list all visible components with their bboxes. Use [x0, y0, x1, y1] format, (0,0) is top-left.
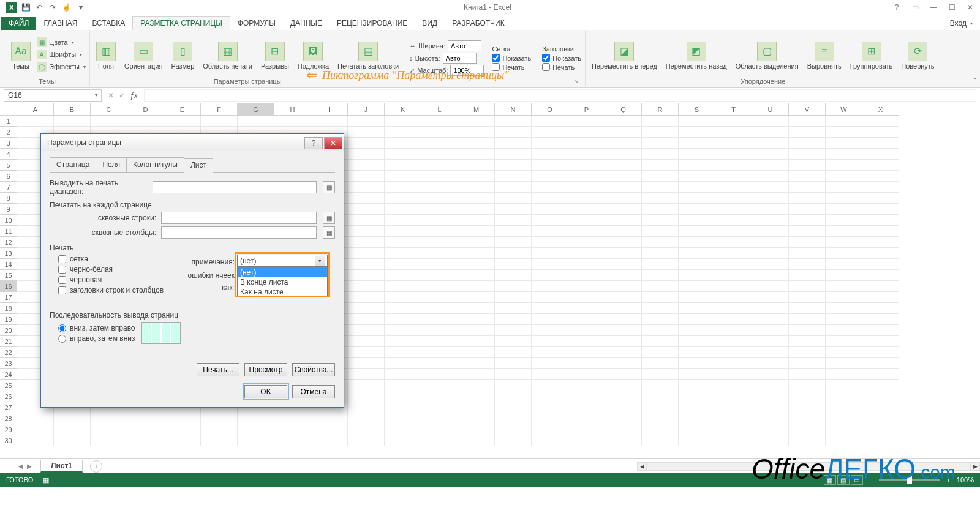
cell[interactable]: [421, 237, 458, 248]
cell[interactable]: [862, 358, 899, 369]
breaks-button[interactable]: ⊟Разрывы: [258, 39, 292, 70]
cell[interactable]: [495, 380, 532, 391]
row-header-1[interactable]: 1: [0, 116, 17, 127]
cell[interactable]: [862, 424, 899, 435]
cell[interactable]: [642, 336, 679, 347]
cell[interactable]: [679, 237, 715, 248]
cell[interactable]: [642, 314, 679, 325]
maximize-icon[interactable]: ☐: [944, 1, 959, 13]
cell[interactable]: [789, 435, 826, 446]
cell[interactable]: [605, 215, 642, 226]
cell[interactable]: [605, 171, 642, 182]
cell[interactable]: [568, 149, 605, 160]
row-header-4[interactable]: 4: [0, 149, 17, 160]
cell[interactable]: [532, 215, 568, 226]
row-header-5[interactable]: 5: [0, 160, 17, 171]
cell[interactable]: [642, 292, 679, 303]
cell[interactable]: [826, 204, 862, 215]
cell[interactable]: [348, 292, 385, 303]
print-area-button[interactable]: ▦Область печати: [200, 39, 255, 70]
cell[interactable]: [789, 226, 826, 237]
cell[interactable]: [458, 215, 495, 226]
cell[interactable]: [348, 325, 385, 336]
cell[interactable]: [715, 270, 752, 281]
cell[interactable]: [568, 369, 605, 380]
colors-button[interactable]: ▦Цвета▾: [37, 37, 86, 48]
cell[interactable]: [385, 193, 421, 204]
cell[interactable]: [605, 402, 642, 413]
cell[interactable]: [862, 149, 899, 160]
cell[interactable]: [826, 336, 862, 347]
column-header-B[interactable]: B: [54, 103, 91, 116]
cell[interactable]: [642, 424, 679, 435]
cell[interactable]: [348, 259, 385, 270]
cell[interactable]: [348, 347, 385, 358]
cell[interactable]: [862, 413, 899, 424]
cell[interactable]: [789, 171, 826, 182]
cell[interactable]: [862, 160, 899, 171]
cell[interactable]: [862, 138, 899, 149]
cell[interactable]: [605, 424, 642, 435]
row-header-7[interactable]: 7: [0, 182, 17, 193]
cell[interactable]: [458, 391, 495, 402]
cell[interactable]: [862, 281, 899, 292]
cols-input[interactable]: [161, 226, 317, 239]
row-header-21[interactable]: 21: [0, 336, 17, 347]
cell[interactable]: [715, 248, 752, 259]
cell[interactable]: [642, 402, 679, 413]
row-header-12[interactable]: 12: [0, 237, 17, 248]
cell[interactable]: [164, 116, 201, 127]
cell[interactable]: [715, 171, 752, 182]
cell[interactable]: [642, 325, 679, 336]
cell[interactable]: [568, 347, 605, 358]
cell[interactable]: [421, 391, 458, 402]
column-header-Q[interactable]: Q: [605, 103, 642, 116]
cell[interactable]: [164, 413, 201, 424]
cell[interactable]: [642, 149, 679, 160]
cell[interactable]: [348, 424, 385, 435]
cell[interactable]: [715, 369, 752, 380]
cell[interactable]: [752, 347, 789, 358]
cell[interactable]: [348, 237, 385, 248]
cell[interactable]: [752, 204, 789, 215]
cell[interactable]: [826, 358, 862, 369]
cell[interactable]: [789, 127, 826, 138]
cell[interactable]: [568, 116, 605, 127]
ok-button[interactable]: OK: [244, 385, 287, 398]
row-header-13[interactable]: 13: [0, 248, 17, 259]
cell[interactable]: [715, 391, 752, 402]
cell[interactable]: [421, 358, 458, 369]
cell[interactable]: [238, 424, 274, 435]
cell[interactable]: [862, 380, 899, 391]
cell[interactable]: [348, 248, 385, 259]
cell[interactable]: [568, 182, 605, 193]
cell[interactable]: [348, 303, 385, 314]
cell[interactable]: [458, 149, 495, 160]
cell[interactable]: [605, 193, 642, 204]
cell[interactable]: [752, 138, 789, 149]
cell[interactable]: [421, 248, 458, 259]
cell[interactable]: [164, 424, 201, 435]
print-titles-button[interactable]: ▤Печатать заголовки: [335, 39, 401, 70]
cell[interactable]: [532, 138, 568, 149]
cell[interactable]: [17, 413, 54, 424]
cell[interactable]: [91, 413, 127, 424]
column-header-E[interactable]: E: [164, 103, 201, 116]
zoom-in-icon[interactable]: +: [946, 476, 950, 484]
cell[interactable]: [679, 171, 715, 182]
cell[interactable]: [495, 435, 532, 446]
cell[interactable]: [201, 413, 238, 424]
row-header-30[interactable]: 30: [0, 435, 17, 446]
cell[interactable]: [826, 237, 862, 248]
grid-check[interactable]: сетка: [58, 255, 172, 263]
cell[interactable]: [348, 160, 385, 171]
cell[interactable]: [127, 424, 164, 435]
cell[interactable]: [91, 424, 127, 435]
cell[interactable]: [421, 325, 458, 336]
dialog-tab-margins[interactable]: Поля: [96, 157, 127, 172]
cell[interactable]: [789, 380, 826, 391]
cell[interactable]: [752, 325, 789, 336]
cell[interactable]: [532, 182, 568, 193]
cell[interactable]: [605, 391, 642, 402]
scroll-left-icon[interactable]: ◀: [637, 462, 647, 471]
